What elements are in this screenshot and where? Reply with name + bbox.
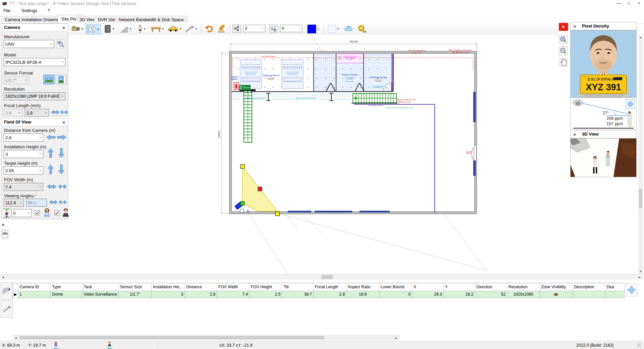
fov-direction-handle[interactable] xyxy=(258,187,262,191)
video-tutorial-button[interactable] xyxy=(559,23,568,31)
col-dead-zone[interactable]: Dea xyxy=(605,283,624,291)
col-camera-id[interactable]: Camera ID xyxy=(18,283,51,291)
add-stairs-button[interactable]: ▼ xyxy=(118,24,133,34)
camera-list-tool-button[interactable] xyxy=(1,229,9,239)
3d-glasses-button[interactable] xyxy=(342,24,355,34)
close-button[interactable]: × xyxy=(634,0,644,7)
distance-increase-button[interactable] xyxy=(57,134,66,140)
model-combo[interactable]: IPC322LB-SF28-A˅ xyxy=(4,58,65,66)
add-door-button[interactable]: ▼ xyxy=(102,24,116,34)
target-height-combo[interactable]: 2.55˅ xyxy=(4,166,43,174)
scroll-right-arrow[interactable]: ► xyxy=(637,276,642,279)
collapse-panel-button[interactable]: « xyxy=(62,24,65,31)
right-scrollbar-thumb[interactable] xyxy=(639,189,642,208)
add-cable-button[interactable]: ▼ xyxy=(183,24,199,34)
orientation-landscape-button[interactable] xyxy=(44,75,54,84)
collapse-panel-button[interactable]: « xyxy=(62,118,65,126)
scroll-left-arrow[interactable]: ◄ xyxy=(1,276,5,279)
cell-resolution[interactable]: 1920x1080 xyxy=(507,291,540,298)
resolution-combo[interactable]: 1920x1080 (2MP 16:9 FullHD)˅ xyxy=(4,92,65,100)
target-down-button[interactable] xyxy=(58,164,64,174)
zoom-out-button[interactable] xyxy=(559,46,568,55)
height-down-button[interactable] xyxy=(58,148,64,158)
col-fov-height[interactable]: FOV Height xyxy=(250,283,282,291)
angle-expand-button[interactable] xyxy=(49,199,58,205)
horizontal-angle-combo[interactable]: 112.9˅ xyxy=(4,199,24,207)
col-task[interactable]: Task xyxy=(82,283,118,291)
cell-lower-bound[interactable]: 0 xyxy=(379,291,412,298)
target-up-button[interactable] xyxy=(48,164,54,174)
cell-fov-height[interactable]: 2.5 xyxy=(250,291,282,298)
col-installation-height[interactable]: Installation Hei... xyxy=(151,283,185,291)
zoom-in-button[interactable] xyxy=(559,35,568,44)
expand-panel-button[interactable]: » xyxy=(2,221,4,227)
installation-height-combo[interactable]: 3˅ xyxy=(4,150,43,158)
menu-settings[interactable]: Settings xyxy=(19,8,39,13)
person-height-combo[interactable]: 0˅ xyxy=(11,209,32,217)
cell-sensor-size[interactable]: 1/2.7" xyxy=(118,291,151,298)
canvas-scrollbar-thumb[interactable] xyxy=(321,275,333,279)
cell-tilt[interactable]: 38.7 xyxy=(282,291,314,298)
undo-button[interactable] xyxy=(203,24,214,34)
camera-row-1[interactable]: ▶ 1 Dome Video Surveillance 1/2.7" 3 2.8… xyxy=(13,291,625,298)
col-aspect-ratio[interactable]: Aspect Ratio xyxy=(346,283,379,291)
cell-focal-length[interactable]: 2.8 xyxy=(314,291,346,298)
orientation-portrait-button[interactable] xyxy=(56,75,66,84)
maximize-button[interactable]: □ xyxy=(624,0,634,7)
resize-grip[interactable] xyxy=(637,343,641,347)
cell-task[interactable]: Video Surveillance xyxy=(82,291,118,298)
table-scrollbar-thumb[interactable] xyxy=(19,336,324,339)
col-type[interactable]: Type xyxy=(51,283,82,291)
tab-camera-installation-drawing[interactable]: Camera Installation Drawing xyxy=(1,16,63,23)
menu-help[interactable]: ? xyxy=(46,8,52,13)
cell-aspect-ratio[interactable]: 16:9 xyxy=(346,291,379,298)
table-horizontal-scrollbar[interactable]: ◄ ► xyxy=(13,335,399,340)
distance-decrease-button[interactable] xyxy=(46,134,56,140)
add-camera-button[interactable]: ▼ xyxy=(71,24,84,34)
minimize-button[interactable]: — xyxy=(614,0,624,7)
scroll-down-arrow[interactable]: ▼ xyxy=(638,270,643,273)
add-furniture-button[interactable]: ▼ xyxy=(150,24,165,34)
site-plan-canvas[interactable]: 38245 19951 xyxy=(0,35,557,274)
camera-search-button[interactable] xyxy=(56,39,65,48)
col-y[interactable]: Y xyxy=(443,283,475,291)
col-focal-length[interactable]: Focal Length xyxy=(314,283,346,291)
menu-file[interactable]: File xyxy=(1,8,12,13)
scroll-right-arrow[interactable]: ► xyxy=(394,336,398,340)
cell-fov-width[interactable]: 7.4 xyxy=(217,291,250,298)
add-person-button[interactable]: ▼ xyxy=(135,24,149,34)
cell-installation-height[interactable]: 3 xyxy=(151,291,185,298)
show-man-checkbox[interactable] xyxy=(54,210,59,215)
fov-width-expand-button[interactable] xyxy=(47,184,56,190)
selection-style-button[interactable]: ▼ xyxy=(326,24,341,34)
floor-plan-tool-button[interactable]: ▼ xyxy=(86,24,101,35)
camera-position-handle[interactable] xyxy=(240,201,245,205)
col-tilt[interactable]: Tilt xyxy=(282,283,314,291)
height-combo[interactable]: 3˅ xyxy=(243,25,265,32)
pan-tool-button[interactable] xyxy=(559,58,568,67)
cables-list-tab-button[interactable] xyxy=(1,300,13,318)
focal-wider-button[interactable] xyxy=(51,109,60,115)
col-description[interactable]: Description xyxy=(573,283,605,291)
col-direction[interactable]: Direction xyxy=(475,283,507,291)
tab-network-bandwidth[interactable]: Network Bandwidth & Disk Space xyxy=(115,16,187,23)
angle-converge-button[interactable] xyxy=(59,199,66,205)
sensor-format-combo[interactable]: 1/2.7"˅ xyxy=(4,76,29,84)
cell-type[interactable]: Dome xyxy=(51,291,82,298)
row-selector[interactable]: ▶ xyxy=(13,291,18,298)
fov-width-combo[interactable]: 7.4˅ xyxy=(4,183,43,191)
scroll-up-arrow[interactable]: ▲ xyxy=(638,36,643,39)
height-up-button[interactable] xyxy=(48,148,54,158)
add-vehicle-button[interactable]: ▼ xyxy=(167,24,183,34)
expand-icon[interactable]: » xyxy=(573,131,576,138)
pixel-density-settings-button[interactable] xyxy=(626,99,635,109)
show-woman-checkbox[interactable] xyxy=(35,210,40,215)
col-resolution[interactable]: Resolution xyxy=(507,283,540,291)
distance-combo[interactable]: 2.8˅ xyxy=(4,134,43,142)
col-lower-bound[interactable]: Lower Bound xyxy=(379,283,412,291)
col-fov-width[interactable]: FOV Width xyxy=(217,283,250,291)
scroll-left-arrow[interactable]: ◄ xyxy=(14,336,18,340)
vertical-angle-field[interactable]: 59.1 xyxy=(26,199,47,207)
fov-handle-top[interactable] xyxy=(240,164,245,168)
canvas-horizontal-scrollbar[interactable]: ◄ ► xyxy=(0,274,643,280)
